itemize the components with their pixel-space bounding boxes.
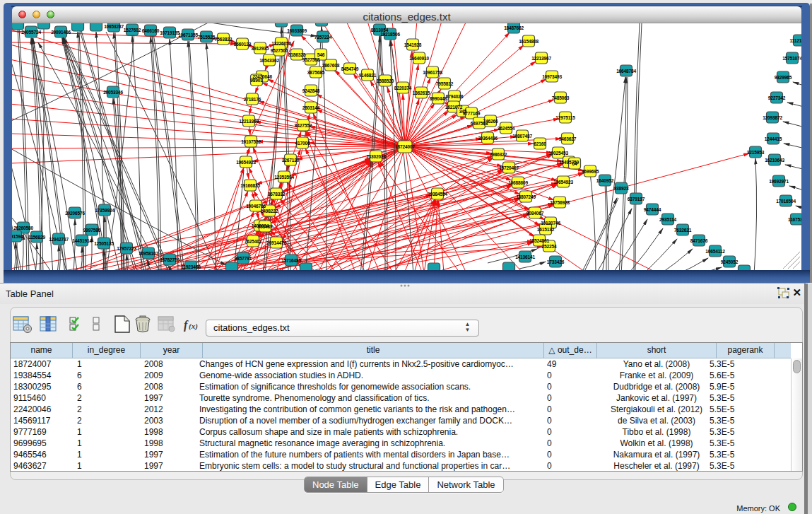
svg-text:8990448: 8990448 (430, 96, 447, 101)
svg-text:1527602: 1527602 (124, 28, 141, 33)
svg-text:f: f (184, 319, 189, 332)
svg-text:9146821: 9146821 (359, 73, 377, 78)
svg-text:14451914: 14451914 (72, 238, 92, 243)
svg-text:20091406: 20091406 (51, 30, 71, 35)
svg-text:6379197: 6379197 (628, 197, 645, 201)
svg-text:8427552: 8427552 (295, 123, 312, 128)
svg-text:9329965: 9329965 (775, 75, 792, 80)
svg-text:2867608: 2867608 (322, 63, 340, 68)
svg-text:6794028: 6794028 (446, 94, 464, 99)
svg-text:12093872: 12093872 (763, 115, 782, 120)
svg-text:6466160: 6466160 (142, 28, 160, 33)
svg-text:3875685: 3875685 (307, 70, 325, 75)
svg-text:391594: 391594 (12, 234, 23, 239)
svg-text:10025453: 10025453 (548, 151, 568, 156)
svg-text:16154808: 16154808 (519, 39, 539, 44)
svg-text:16033809: 16033809 (287, 28, 307, 33)
svg-text:10807487: 10807487 (512, 134, 532, 139)
svg-text:1498222: 1498222 (261, 209, 278, 214)
svg-text:20053346: 20053346 (103, 90, 123, 95)
svg-text:1733426: 1733426 (547, 259, 565, 264)
svg-text:10671355: 10671355 (178, 33, 198, 37)
svg-text:10688609: 10688609 (508, 180, 528, 185)
svg-text:98901: 98901 (250, 78, 263, 83)
svg-text:8220374: 8220374 (394, 86, 412, 90)
svg-text:7515525: 7515525 (198, 35, 216, 40)
svg-text:10961758: 10961758 (423, 70, 442, 75)
svg-text:2803144: 2803144 (302, 105, 320, 110)
svg-text:10107552: 10107552 (241, 139, 261, 144)
svg-text:1244415: 1244415 (765, 136, 782, 141)
svg-text:1615132: 1615132 (537, 227, 555, 232)
svg-text:746266: 746266 (483, 119, 498, 124)
svg-text:18807249: 18807249 (516, 194, 536, 199)
svg-text:12942737: 12942737 (49, 237, 69, 242)
svg-text:1640952: 1640952 (596, 178, 614, 183)
svg-text:12213967: 12213967 (531, 56, 551, 61)
svg-text:8912935: 8912935 (252, 46, 269, 51)
svg-text:15716485: 15716485 (281, 258, 301, 263)
svg-text:7955812: 7955812 (436, 81, 454, 86)
svg-text:12213369: 12213369 (239, 119, 259, 124)
svg-text:(x): (x) (189, 322, 198, 331)
svg-text:9777169: 9777169 (463, 111, 481, 116)
svg-text:19654923: 19654923 (236, 160, 256, 165)
svg-text:2935114: 2935114 (659, 217, 676, 222)
svg-text:17016504: 17016504 (776, 199, 796, 204)
svg-text:1541928: 1541928 (404, 42, 422, 47)
svg-text:10654112: 10654112 (705, 249, 725, 254)
svg-text:16640910: 16640910 (409, 56, 429, 61)
svg-text:12353594: 12353594 (274, 175, 294, 180)
svg-text:18724007: 18724007 (395, 144, 415, 149)
svg-text:17359924: 17359924 (95, 208, 114, 213)
svg-text:938923: 938923 (614, 186, 629, 191)
svg-text:16648784: 16648784 (616, 69, 636, 74)
svg-text:7563822: 7563822 (215, 37, 233, 42)
svg-text:9227342: 9227342 (768, 95, 786, 100)
svg-text:26260580: 26260580 (13, 226, 33, 230)
svg-text:9245052: 9245052 (721, 259, 739, 264)
svg-text:993489: 993489 (258, 224, 273, 229)
svg-text:19654923: 19654923 (553, 180, 573, 185)
svg-text:8471676: 8471676 (690, 238, 708, 243)
svg-text:7986322: 7986322 (490, 152, 507, 157)
svg-text:64: 64 (572, 161, 577, 166)
svg-text:15720407: 15720407 (499, 165, 519, 170)
svg-text:9699695: 9699695 (582, 169, 599, 174)
svg-text:3624554: 3624554 (498, 126, 515, 131)
svg-text:16210643: 16210643 (765, 158, 784, 163)
svg-text:18524861: 18524861 (529, 238, 549, 243)
svg-text:10653287: 10653287 (104, 24, 124, 29)
svg-text:3267130: 3267130 (282, 158, 300, 163)
svg-text:8186328: 8186328 (288, 52, 306, 57)
svg-text:7357224: 7357224 (314, 35, 332, 40)
svg-text:7485063: 7485063 (552, 95, 570, 100)
svg-text:10756928: 10756928 (550, 200, 570, 205)
svg-text:13226058: 13226058 (271, 41, 291, 46)
svg-text:8660123: 8660123 (234, 42, 252, 47)
svg-text:1156829: 1156829 (28, 235, 45, 240)
svg-text:9997586: 9997586 (83, 228, 101, 233)
svg-text:10046786: 10046786 (246, 204, 266, 209)
svg-text:24055724: 24055724 (21, 30, 41, 35)
svg-text:20364436: 20364436 (478, 136, 498, 141)
svg-text:8678332: 8678332 (268, 192, 286, 197)
svg-text:12505135: 12505135 (94, 241, 114, 246)
svg-text:7632621: 7632621 (674, 228, 692, 233)
svg-text:546: 546 (317, 52, 325, 57)
svg-text:10719155: 10719155 (160, 30, 180, 35)
svg-text:62160: 62160 (534, 141, 546, 146)
svg-text:252254: 252254 (542, 244, 557, 249)
svg-text:9242848: 9242848 (302, 88, 320, 93)
svg-text:19218506: 19218506 (380, 32, 400, 37)
svg-text:9527508: 9527508 (302, 57, 320, 62)
svg-text:9084067: 9084067 (526, 211, 544, 216)
svg-text:20206576: 20206576 (65, 211, 85, 216)
svg-text:3215953: 3215953 (747, 150, 765, 155)
svg-text:9527506: 9527506 (271, 48, 288, 53)
svg-text:16914479: 16914479 (266, 240, 286, 245)
svg-text:19384554: 19384554 (428, 192, 447, 197)
svg-text:11121904: 11121904 (789, 38, 801, 43)
svg-text:1167533: 1167533 (788, 217, 801, 222)
svg-text:19692971: 19692971 (769, 179, 789, 184)
